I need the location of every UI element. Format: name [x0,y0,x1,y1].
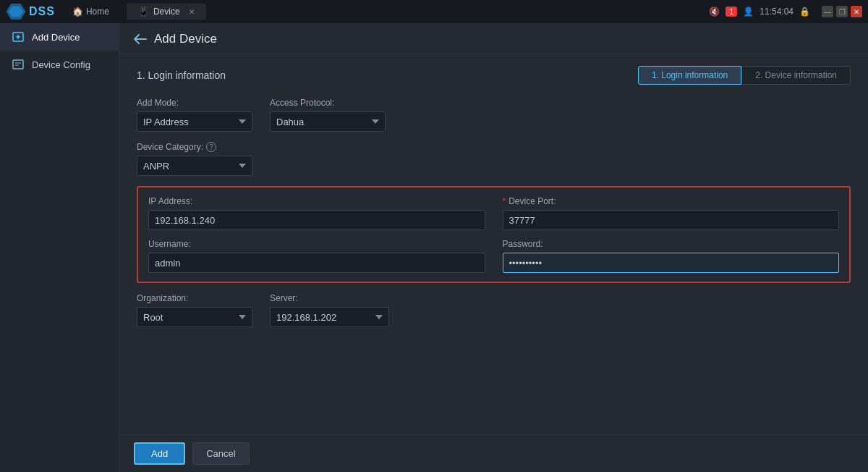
ip-address-label: IP Address: [148,196,485,206]
titlebar-nav: 🏠 Home [67,5,115,18]
help-icon[interactable]: ? [206,142,216,152]
step2-tab[interactable]: 2. Device information [741,66,851,85]
titlebar-left: DSS 🏠 Home 📱 Device ✕ [6,4,206,20]
add-mode-label: Add Mode: [137,98,252,108]
mode-protocol-row: Add Mode: IP Address Auto Search Batch I… [137,98,851,132]
server-group: Server: 192.168.1.202 [270,293,389,327]
home-label: Home [86,7,109,17]
logo: DSS [6,4,55,20]
password-label: Password: [503,239,840,249]
add-device-icon [12,30,25,43]
password-input[interactable] [503,253,840,273]
user-icon: 👤 [743,7,754,17]
svg-rect-5 [13,60,23,69]
window-controls: — ❐ ✕ [822,6,862,17]
organization-group: Organization: Root Group A [137,293,252,327]
cancel-button[interactable]: Cancel [192,442,249,465]
device-category-label: Device Category: ? [137,142,252,152]
sidebar-item-device-config[interactable]: Device Config [0,51,119,78]
form-area: 1. Login information 1. Login informatio… [119,54,868,434]
device-category-row: Device Category: ? ANPR Camera NVR [137,142,851,176]
required-star: * [503,196,506,206]
home-icon: 🏠 [72,7,83,17]
device-tab-close[interactable]: ✕ [189,8,195,16]
step-tabs: 1. Login information 2. Device informati… [638,66,851,85]
org-server-row: Organization: Root Group A Server: 192.1… [137,293,851,327]
logo-text: DSS [29,5,55,18]
add-button[interactable]: Add [134,442,185,465]
step-current-label: 1. Login information [137,69,226,81]
clock: 11:54:04 [760,7,793,17]
close-button[interactable]: ✕ [851,6,862,17]
server-label: Server: [270,293,389,303]
add-mode-group: Add Mode: IP Address Auto Search Batch I… [137,98,252,132]
home-button[interactable]: 🏠 Home [67,5,115,18]
page-title: Add Device [154,32,217,46]
device-tab[interactable]: 📱 Device ✕ [127,4,206,20]
speaker-icon: 🔇 [709,7,720,17]
password-group: Password: [503,239,840,273]
device-port-input[interactable] [503,210,840,230]
notification-badge[interactable]: 1 [726,7,737,17]
ip-address-group: IP Address: [148,196,485,230]
device-port-label: * Device Port: [503,196,840,206]
access-protocol-group: Access Protocol: Dahua ONVIF RTSP [270,98,386,132]
server-select[interactable]: 192.168.1.202 [270,307,389,327]
device-tab-label: Device [153,7,180,17]
device-tab-icon: 📱 [138,7,149,17]
add-mode-select[interactable]: IP Address Auto Search Batch Import [137,111,252,132]
ip-address-input[interactable] [148,210,485,230]
sidebar-item-device-config-label: Device Config [32,59,90,70]
device-category-group: Device Category: ? ANPR Camera NVR [137,142,252,176]
lock-icon: 🔒 [799,7,810,17]
device-category-select[interactable]: ANPR Camera NVR [137,156,252,176]
step1-tab[interactable]: 1. Login information [638,66,741,85]
sidebar-item-add-device-label: Add Device [32,32,80,43]
device-config-icon [12,58,25,71]
sidebar: Add Device Device Config [0,23,119,472]
minimize-button[interactable]: — [822,6,833,17]
username-input[interactable] [148,253,485,273]
app-body: Add Device Device Config Add Device [0,23,868,472]
titlebar-right: 🔇 1 👤 11:54:04 🔒 — ❐ ✕ [709,6,862,17]
sidebar-item-add-device[interactable]: Add Device [0,23,119,51]
main-content: Add Device 1. Login information 1. Login… [119,23,868,472]
bottom-bar: Add Cancel [119,434,868,472]
titlebar: DSS 🏠 Home 📱 Device ✕ 🔇 1 👤 11:54:04 🔒 —… [0,0,868,23]
organization-label: Organization: [137,293,252,303]
login-info-box: IP Address: * Device Port: Username: [137,186,851,283]
organization-select[interactable]: Root Group A [137,307,252,327]
access-protocol-select[interactable]: Dahua ONVIF RTSP [270,111,386,132]
restore-button[interactable]: ❐ [836,6,848,17]
access-protocol-label: Access Protocol: [270,98,386,108]
back-button[interactable] [134,34,147,44]
step-header: 1. Login information 1. Login informatio… [137,66,851,85]
username-label: Username: [148,239,485,249]
device-port-group: * Device Port: [503,196,840,230]
username-group: Username: [148,239,485,273]
page-header: Add Device [119,23,868,54]
